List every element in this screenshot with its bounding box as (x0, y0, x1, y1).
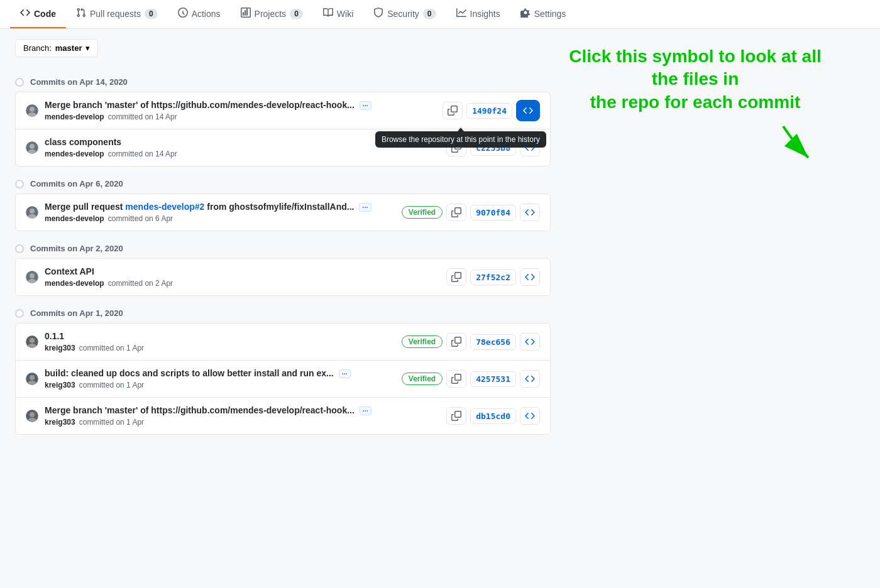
commit-message: Merge branch 'master' of https://github.… (45, 405, 440, 415)
annotation-text: Click this symbol to look at all the fil… (563, 45, 827, 120)
commit-author-avatar (26, 141, 38, 154)
copy-hash-button[interactable] (446, 407, 466, 425)
commit-info: Context API mendes-develop committed on … (45, 266, 440, 288)
svg-point-4 (30, 144, 35, 149)
commit-message: 0.1.1 (45, 331, 395, 341)
commit-group-date: Commits on Apr 2, 2020 (30, 244, 123, 253)
annotation-arrow (745, 120, 821, 170)
commit-author-name[interactable]: mendes-develop (45, 112, 104, 121)
commit-message: build: cleaned up docs and scripts to al… (45, 368, 395, 378)
commit-author-name[interactable]: kreig303 (45, 418, 75, 427)
browse-repo-tooltip: Browse the repository at this point in t… (375, 131, 546, 148)
commit-date: committed on 6 Apr (108, 214, 173, 223)
tab-code[interactable]: Code (10, 0, 66, 28)
commit-info: Merge branch 'master' of https://github.… (45, 100, 436, 121)
tab-security[interactable]: Security 0 (363, 0, 446, 28)
security-badge: 0 (423, 9, 436, 19)
commit-author-name[interactable]: mendes-develop (45, 214, 104, 223)
commit-group-header: Commits on Apr 14, 2020 (15, 77, 551, 87)
commit-list-apr6: Merge pull request mendes-develop#2 from… (15, 193, 551, 231)
tab-pull-requests[interactable]: Pull requests 0 (66, 0, 168, 28)
table-row: build: cleaned up docs and scripts to al… (16, 361, 550, 398)
svg-point-1 (30, 107, 35, 112)
copy-hash-button[interactable] (446, 268, 466, 286)
browse-repo-button[interactable] (520, 268, 540, 286)
ellipsis-button[interactable]: ··· (360, 406, 371, 415)
commit-author-avatar (26, 271, 38, 283)
timeline-dot-icon (15, 78, 24, 87)
tab-insights[interactable]: Insights (446, 0, 510, 28)
tab-projects[interactable]: Projects 0 (231, 0, 313, 28)
pr-icon (76, 8, 86, 19)
commit-list-apr14: Merge branch 'master' of https://github.… (15, 92, 551, 166)
commit-hash-link[interactable]: 4257531 (470, 371, 516, 387)
code-icon (20, 8, 30, 19)
table-row: 0.1.1 kreig303 committed on 1 Apr Verifi… (16, 324, 550, 361)
browse-repo-button[interactable] (520, 333, 540, 351)
timeline-dot-icon (15, 244, 24, 253)
commit-actions: 1490f24 Browse the repository at this po… (443, 100, 540, 121)
commit-message: Merge branch 'master' of https://github.… (45, 100, 436, 110)
commit-author-name[interactable]: kreig303 (45, 381, 75, 389)
svg-point-16 (30, 375, 35, 380)
commit-message: Context API (45, 266, 440, 276)
copy-hash-button[interactable] (446, 370, 466, 388)
commit-meta: mendes-develop committed on 14 Apr (45, 112, 436, 121)
commit-hash-link[interactable]: 27f52c2 (470, 270, 516, 285)
commit-date: committed on 14 Apr (108, 112, 177, 121)
tab-actions-label: Actions (192, 9, 221, 19)
commit-author-avatar (26, 206, 38, 219)
commit-meta: kreig303 committed on 1 Apr (45, 381, 395, 389)
tab-wiki[interactable]: Wiki (313, 0, 363, 28)
browse-repo-button[interactable] (520, 370, 540, 388)
commit-author-avatar (26, 373, 38, 385)
commit-date: committed on 1 Apr (79, 381, 144, 389)
copy-hash-button[interactable] (443, 102, 463, 119)
nav-tabs: Code Pull requests 0 Actions Projects 0 … (0, 0, 880, 29)
commit-author-avatar (26, 104, 38, 117)
ellipsis-button[interactable]: ··· (360, 101, 371, 110)
commit-actions: 27f52c2 (446, 268, 540, 286)
browse-repo-button[interactable] (516, 100, 540, 121)
commit-list-apr2: Context API mendes-develop committed on … (15, 258, 551, 296)
commit-group-header: Commits on Apr 6, 2020 (15, 179, 551, 188)
tab-settings-label: Settings (534, 9, 566, 19)
tab-actions[interactable]: Actions (168, 0, 231, 28)
ellipsis-button[interactable]: ··· (339, 369, 351, 378)
commit-group-date: Commits on Apr 1, 2020 (30, 308, 123, 318)
commit-actions: Verified 4257531 (402, 370, 540, 388)
copy-hash-button[interactable] (446, 333, 466, 351)
commit-hash-link[interactable]: db15cd0 (470, 408, 516, 424)
branch-selector[interactable]: Branch: master ▾ (15, 39, 98, 57)
verified-badge: Verified (402, 206, 443, 219)
browse-repo-button-wrapper: Browse the repository at this point in t… (516, 100, 540, 121)
tab-code-label: Code (34, 9, 56, 19)
commit-author-name[interactable]: mendes-develop (45, 150, 104, 158)
commit-author-name[interactable]: mendes-develop (45, 279, 104, 288)
browse-repo-button[interactable] (520, 204, 540, 221)
commit-meta: mendes-develop committed on 14 Apr (45, 150, 440, 158)
table-row: Merge pull request mendes-develop#2 from… (16, 194, 550, 231)
commit-group-date: Commits on Apr 6, 2020 (30, 179, 123, 188)
commit-group-apr14: Commits on Apr 14, 2020 Merge branch 'ma… (15, 77, 551, 166)
commit-pr-link[interactable]: mendes-develop#2 (125, 202, 204, 212)
pull-requests-badge: 0 (145, 9, 158, 19)
commit-info: Merge pull request mendes-develop#2 from… (45, 202, 395, 223)
browse-repo-button[interactable] (520, 407, 540, 425)
commit-meta: mendes-develop committed on 2 Apr (45, 279, 440, 288)
ellipsis-button[interactable]: ··· (359, 203, 371, 212)
commit-author-name[interactable]: kreig303 (45, 344, 75, 352)
commit-date: committed on 14 Apr (108, 150, 177, 158)
commit-group-header: Commits on Apr 1, 2020 (15, 308, 551, 318)
tab-settings[interactable]: Settings (510, 0, 576, 28)
security-icon (373, 8, 383, 19)
commit-author-avatar (26, 410, 38, 422)
commit-message: Merge pull request mendes-develop#2 from… (45, 202, 395, 212)
copy-hash-button[interactable] (446, 204, 466, 221)
projects-badge: 0 (290, 9, 303, 19)
timeline-dot-icon (15, 309, 24, 318)
commit-hash-link[interactable]: 78ec656 (470, 334, 516, 350)
commit-hash-link[interactable]: 9070f84 (470, 205, 516, 220)
commit-hash-link[interactable]: 1490f24 (466, 103, 512, 119)
commit-group-apr2: Commits on Apr 2, 2020 Context API mende (15, 244, 551, 296)
